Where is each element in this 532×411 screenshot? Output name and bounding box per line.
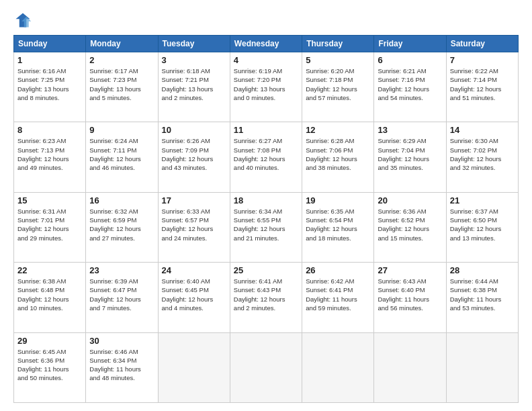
calendar-day-cell: 14Sunrise: 6:30 AM Sunset: 7:02 PM Dayli… [446, 122, 518, 192]
calendar-day-header: Friday [374, 36, 446, 52]
calendar-day-cell: 1Sunrise: 6:16 AM Sunset: 7:25 PM Daylig… [14, 52, 86, 122]
day-info: Sunrise: 6:26 AM Sunset: 7:09 PM Dayligh… [162, 136, 226, 172]
day-number: 3 [162, 55, 226, 65]
calendar-week-row: 15Sunrise: 6:31 AM Sunset: 7:01 PM Dayli… [14, 192, 519, 262]
day-info: Sunrise: 6:29 AM Sunset: 7:04 PM Dayligh… [378, 136, 442, 172]
calendar-day-cell [302, 332, 374, 402]
calendar-day-header: Tuesday [158, 36, 230, 52]
day-info: Sunrise: 6:36 AM Sunset: 6:52 PM Dayligh… [378, 207, 442, 242]
day-number: 14 [450, 125, 515, 135]
calendar-day-cell: 16Sunrise: 6:32 AM Sunset: 6:59 PM Dayli… [86, 192, 158, 262]
day-number: 23 [89, 265, 154, 275]
calendar-week-row: 1Sunrise: 6:16 AM Sunset: 7:25 PM Daylig… [14, 52, 519, 122]
calendar-day-cell: 3Sunrise: 6:18 AM Sunset: 7:21 PM Daylig… [158, 52, 230, 122]
calendar-day-cell: 4Sunrise: 6:19 AM Sunset: 7:20 PM Daylig… [230, 52, 302, 122]
day-number: 6 [378, 55, 442, 65]
calendar-day-cell: 13Sunrise: 6:29 AM Sunset: 7:04 PM Dayli… [374, 122, 446, 192]
calendar-day-cell [230, 332, 302, 402]
day-info: Sunrise: 6:28 AM Sunset: 7:06 PM Dayligh… [306, 136, 370, 172]
calendar-day-cell: 12Sunrise: 6:28 AM Sunset: 7:06 PM Dayli… [302, 122, 374, 192]
calendar-day-cell: 11Sunrise: 6:27 AM Sunset: 7:08 PM Dayli… [230, 122, 302, 192]
calendar-header-row: SundayMondayTuesdayWednesdayThursdayFrid… [14, 36, 519, 52]
day-number: 2 [89, 55, 154, 65]
calendar-day-cell: 5Sunrise: 6:20 AM Sunset: 7:18 PM Daylig… [302, 52, 374, 122]
day-info: Sunrise: 6:23 AM Sunset: 7:13 PM Dayligh… [17, 136, 82, 172]
day-info: Sunrise: 6:38 AM Sunset: 6:48 PM Dayligh… [17, 277, 82, 312]
calendar-day-header: Saturday [446, 36, 518, 52]
calendar-day-header: Wednesday [230, 36, 302, 52]
day-number: 8 [17, 125, 82, 135]
day-number: 30 [89, 336, 154, 346]
page: SundayMondayTuesdayWednesdayThursdayFrid… [0, 0, 532, 411]
day-number: 7 [450, 55, 515, 65]
calendar-week-row: 22Sunrise: 6:38 AM Sunset: 6:48 PM Dayli… [14, 263, 519, 332]
calendar-day-cell: 22Sunrise: 6:38 AM Sunset: 6:48 PM Dayli… [14, 263, 86, 332]
day-info: Sunrise: 6:22 AM Sunset: 7:14 PM Dayligh… [450, 66, 515, 102]
calendar-week-row: 29Sunrise: 6:45 AM Sunset: 6:36 PM Dayli… [14, 332, 519, 402]
calendar-day-cell: 15Sunrise: 6:31 AM Sunset: 7:01 PM Dayli… [14, 192, 86, 262]
calendar-day-cell [158, 332, 230, 402]
day-info: Sunrise: 6:24 AM Sunset: 7:11 PM Dayligh… [89, 136, 154, 172]
calendar-day-header: Monday [86, 36, 158, 52]
calendar-day-cell: 21Sunrise: 6:37 AM Sunset: 6:50 PM Dayli… [446, 192, 518, 262]
day-info: Sunrise: 6:39 AM Sunset: 6:47 PM Dayligh… [89, 277, 154, 312]
calendar-day-cell: 18Sunrise: 6:34 AM Sunset: 6:55 PM Dayli… [230, 192, 302, 262]
day-info: Sunrise: 6:31 AM Sunset: 7:01 PM Dayligh… [17, 207, 82, 242]
day-info: Sunrise: 6:18 AM Sunset: 7:21 PM Dayligh… [162, 66, 226, 102]
day-info: Sunrise: 6:32 AM Sunset: 6:59 PM Dayligh… [89, 207, 154, 242]
calendar-day-cell: 6Sunrise: 6:21 AM Sunset: 7:16 PM Daylig… [374, 52, 446, 122]
day-number: 10 [162, 125, 226, 135]
day-info: Sunrise: 6:45 AM Sunset: 6:36 PM Dayligh… [17, 347, 82, 383]
calendar-day-cell: 26Sunrise: 6:42 AM Sunset: 6:41 PM Dayli… [302, 263, 374, 332]
day-info: Sunrise: 6:27 AM Sunset: 7:08 PM Dayligh… [234, 136, 298, 172]
calendar-day-cell: 20Sunrise: 6:36 AM Sunset: 6:52 PM Dayli… [374, 192, 446, 262]
day-info: Sunrise: 6:33 AM Sunset: 6:57 PM Dayligh… [162, 207, 226, 242]
day-info: Sunrise: 6:41 AM Sunset: 6:43 PM Dayligh… [234, 277, 298, 312]
day-info: Sunrise: 6:43 AM Sunset: 6:40 PM Dayligh… [378, 277, 442, 312]
calendar-day-cell: 8Sunrise: 6:23 AM Sunset: 7:13 PM Daylig… [14, 122, 86, 192]
calendar-day-cell: 2Sunrise: 6:17 AM Sunset: 7:23 PM Daylig… [86, 52, 158, 122]
header [13, 11, 519, 30]
day-info: Sunrise: 6:16 AM Sunset: 7:25 PM Dayligh… [17, 66, 82, 102]
day-number: 28 [450, 265, 515, 275]
calendar-week-row: 8Sunrise: 6:23 AM Sunset: 7:13 PM Daylig… [14, 122, 519, 192]
day-info: Sunrise: 6:44 AM Sunset: 6:38 PM Dayligh… [450, 277, 515, 312]
day-number: 29 [17, 336, 82, 346]
day-number: 12 [306, 125, 370, 135]
logo [13, 11, 35, 30]
day-number: 1 [17, 55, 82, 65]
day-info: Sunrise: 6:30 AM Sunset: 7:02 PM Dayligh… [450, 136, 515, 172]
day-info: Sunrise: 6:20 AM Sunset: 7:18 PM Dayligh… [306, 66, 370, 102]
day-number: 25 [234, 265, 298, 275]
calendar-day-header: Sunday [14, 36, 86, 52]
calendar-day-cell: 7Sunrise: 6:22 AM Sunset: 7:14 PM Daylig… [446, 52, 518, 122]
calendar-day-cell: 17Sunrise: 6:33 AM Sunset: 6:57 PM Dayli… [158, 192, 230, 262]
calendar-day-cell [374, 332, 446, 402]
calendar-day-cell: 19Sunrise: 6:35 AM Sunset: 6:54 PM Dayli… [302, 192, 374, 262]
calendar-day-cell: 28Sunrise: 6:44 AM Sunset: 6:38 PM Dayli… [446, 263, 518, 332]
logo-icon [13, 11, 32, 30]
calendar-day-cell: 25Sunrise: 6:41 AM Sunset: 6:43 PM Dayli… [230, 263, 302, 332]
day-info: Sunrise: 6:35 AM Sunset: 6:54 PM Dayligh… [306, 207, 370, 242]
calendar-day-cell [446, 332, 518, 402]
day-number: 15 [17, 195, 82, 205]
calendar-day-cell: 24Sunrise: 6:40 AM Sunset: 6:45 PM Dayli… [158, 263, 230, 332]
calendar-day-cell: 29Sunrise: 6:45 AM Sunset: 6:36 PM Dayli… [14, 332, 86, 402]
day-info: Sunrise: 6:19 AM Sunset: 7:20 PM Dayligh… [234, 66, 298, 102]
day-number: 20 [378, 195, 442, 205]
day-number: 19 [306, 195, 370, 205]
day-number: 21 [450, 195, 515, 205]
day-number: 13 [378, 125, 442, 135]
day-number: 5 [306, 55, 370, 65]
calendar-table: SundayMondayTuesdayWednesdayThursdayFrid… [13, 35, 519, 403]
day-number: 22 [17, 265, 82, 275]
calendar-day-cell: 27Sunrise: 6:43 AM Sunset: 6:40 PM Dayli… [374, 263, 446, 332]
day-number: 11 [234, 125, 298, 135]
day-info: Sunrise: 6:42 AM Sunset: 6:41 PM Dayligh… [306, 277, 370, 312]
day-number: 9 [89, 125, 154, 135]
day-info: Sunrise: 6:37 AM Sunset: 6:50 PM Dayligh… [450, 207, 515, 242]
calendar-day-cell: 9Sunrise: 6:24 AM Sunset: 7:11 PM Daylig… [86, 122, 158, 192]
calendar-day-cell: 23Sunrise: 6:39 AM Sunset: 6:47 PM Dayli… [86, 263, 158, 332]
day-number: 16 [89, 195, 154, 205]
calendar-day-cell: 10Sunrise: 6:26 AM Sunset: 7:09 PM Dayli… [158, 122, 230, 192]
